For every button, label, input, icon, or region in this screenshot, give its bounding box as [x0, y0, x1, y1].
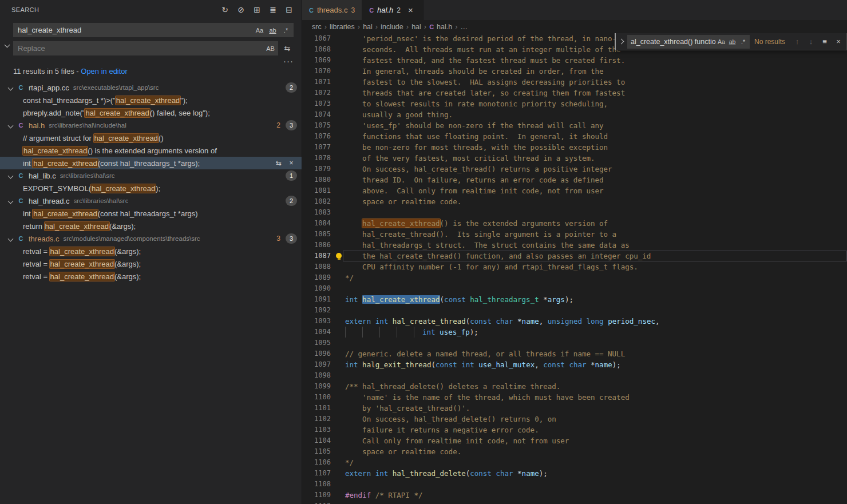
- code-line[interactable]: 1075 'uses_fp' should be non-zero if the…: [302, 120, 847, 131]
- code-line[interactable]: 1097int halg_exit_thread(const int use_h…: [302, 359, 847, 370]
- code-line[interactable]: 1073 to slowest results in rate monotoni…: [302, 98, 847, 109]
- code-line[interactable]: 1100 'name' is the name of the thread, w…: [302, 392, 847, 403]
- line-number[interactable]: 1077: [302, 142, 331, 153]
- code-line[interactable]: 1086 hal_threadargs_t struct. The struct…: [302, 240, 847, 251]
- line-number[interactable]: 1082: [302, 196, 331, 207]
- search-result-file-row[interactable]: Chal_thread.csrc\libraries\hal\src2: [0, 195, 302, 207]
- code-line[interactable]: 1087 the hal_create_thread() function, a…: [302, 251, 847, 261]
- search-match-row[interactable]: return hal_create_xthread(&args);: [0, 220, 302, 232]
- breadcrumb-item[interactable]: …: [461, 23, 468, 31]
- line-number[interactable]: 1092: [302, 305, 331, 316]
- code-line[interactable]: 1085 hal_create_thread(). Its single arg…: [302, 229, 847, 240]
- line-number[interactable]: 1073: [302, 98, 331, 109]
- search-input[interactable]: hal_create_xthread Aa ab .*: [13, 23, 294, 37]
- line-number[interactable]: 1070: [302, 66, 331, 77]
- collapse-all-icon[interactable]: ⊟: [282, 3, 296, 16]
- tab-threads-c[interactable]: Cthreads.c3: [302, 0, 362, 20]
- search-result-file-row[interactable]: Crtapi_app.ccsrc\executables\rtapi_app\s…: [0, 81, 302, 94]
- toggle-replace-icon[interactable]: [2, 40, 11, 49]
- code-line[interactable]: 1094int uses_fp);: [302, 327, 847, 338]
- line-number[interactable]: 1086: [302, 240, 331, 251]
- line-number[interactable]: 1075: [302, 120, 331, 131]
- code-line[interactable]: 1110: [302, 501, 847, 504]
- match-case-icon[interactable]: Aa: [254, 25, 266, 36]
- replace-input[interactable]: Replace AB: [13, 41, 278, 55]
- line-number[interactable]: 1081: [302, 185, 331, 196]
- dismiss-match-icon[interactable]: ×: [286, 157, 297, 169]
- code-line[interactable]: 1071 fastest to the slowest. HAL assigns…: [302, 77, 847, 88]
- line-number[interactable]: 1096: [302, 348, 331, 359]
- code-line[interactable]: 1108: [302, 479, 847, 490]
- line-number[interactable]: 1078: [302, 153, 331, 164]
- line-number[interactable]: 1067: [302, 33, 331, 44]
- line-number[interactable]: 1101: [302, 403, 331, 414]
- find-match-case-icon[interactable]: Aa: [716, 36, 727, 47]
- line-number[interactable]: 1104: [302, 435, 331, 446]
- line-number[interactable]: 1068: [302, 44, 331, 55]
- line-number[interactable]: 1097: [302, 359, 331, 370]
- toggle-find-replace-icon[interactable]: [617, 33, 625, 50]
- search-match-row[interactable]: EXPORT_SYMBOL(hal_create_xthread);: [0, 182, 302, 195]
- search-match-row[interactable]: pbreply.add_note("hal_create_xthread() f…: [0, 106, 302, 119]
- lightbulb-icon[interactable]: [336, 253, 342, 259]
- line-number[interactable]: 1100: [302, 392, 331, 403]
- code-line[interactable]: 1102 On success, hal_thread_delete() ret…: [302, 414, 847, 424]
- code-line[interactable]: 1107extern int hal_thread_delete(const c…: [302, 468, 847, 479]
- code-line[interactable]: 1095: [302, 338, 847, 348]
- search-match-row[interactable]: const hal_threadargs_t *)>("hal_create_x…: [0, 94, 302, 106]
- code-line[interactable]: 1091int hal_create_xthread(const hal_thr…: [302, 294, 847, 305]
- code-line[interactable]: 1079 On success, hal_create_thread() ret…: [302, 164, 847, 174]
- code-line[interactable]: 1084 hal_create_xthread() is the extende…: [302, 218, 847, 229]
- code-line[interactable]: 1093extern int hal_create_thread(const c…: [302, 316, 847, 327]
- open-in-editor-link[interactable]: Open in editor: [81, 67, 128, 76]
- code-line[interactable]: 1103 failure it returns a negative error…: [302, 424, 847, 435]
- line-number[interactable]: 1110: [302, 501, 331, 504]
- search-match-row[interactable]: int hal_create_xthread(const hal_threada…: [0, 157, 302, 169]
- line-number[interactable]: 1098: [302, 370, 331, 381]
- code-line[interactable]: 1080 thread ID. On failure, returns an e…: [302, 174, 847, 185]
- line-number[interactable]: 1095: [302, 338, 331, 348]
- find-regex-icon[interactable]: .*: [738, 36, 749, 47]
- code-line[interactable]: 1088 CPU affinity number (-1 for any) an…: [302, 261, 847, 272]
- search-match-row[interactable]: retval = hal_create_xthread(&args);: [0, 245, 302, 257]
- preserve-case-icon[interactable]: AB: [264, 43, 276, 54]
- search-result-file-row[interactable]: Chal.hsrc\libraries\hal\include\hal23: [0, 119, 302, 132]
- line-number[interactable]: 1088: [302, 261, 331, 272]
- whole-word-icon[interactable]: ab: [267, 25, 279, 36]
- line-number[interactable]: 1084: [302, 218, 331, 229]
- code-line[interactable]: 1081 above. Call only from realtime init…: [302, 185, 847, 196]
- code-line[interactable]: 1082 space or realtime code.: [302, 196, 847, 207]
- line-number[interactable]: 1102: [302, 414, 331, 424]
- find-whole-word-icon[interactable]: ab: [727, 36, 738, 47]
- find-input[interactable]: al_create_xthread() function Aa ab .*: [627, 35, 750, 49]
- line-number[interactable]: 1099: [302, 381, 331, 392]
- line-number[interactable]: 1074: [302, 109, 331, 120]
- code-line[interactable]: 1078 of the very fastest, most critical …: [302, 153, 847, 164]
- regex-icon[interactable]: .*: [280, 25, 292, 36]
- previous-match-icon[interactable]: ↑: [791, 36, 803, 47]
- code-line[interactable]: 1098: [302, 370, 847, 381]
- code-line[interactable]: 1070 In general, threads should be creat…: [302, 66, 847, 77]
- line-number[interactable]: 1090: [302, 283, 331, 294]
- code-line[interactable]: 1104 Call only from realtime init code, …: [302, 435, 847, 446]
- breadcrumb-item[interactable]: libraries: [330, 23, 355, 31]
- line-number[interactable]: 1087: [302, 251, 331, 261]
- line-number[interactable]: 1103: [302, 424, 331, 435]
- code-line[interactable]: 1109#endif /* RTAPI */: [302, 490, 847, 501]
- line-number[interactable]: 1079: [302, 164, 331, 174]
- code-line[interactable]: 1096// generic. delete a named thread, o…: [302, 348, 847, 359]
- line-number[interactable]: 1083: [302, 207, 331, 218]
- code-line[interactable]: 1077 be non-zero for most threads, with …: [302, 142, 847, 153]
- code-line[interactable]: 1089*/: [302, 272, 847, 283]
- code-line[interactable]: 1074 usually a good thing.: [302, 109, 847, 120]
- line-number[interactable]: 1089: [302, 272, 331, 283]
- code-line[interactable]: 1076 functions that use floating point. …: [302, 131, 847, 142]
- next-match-icon[interactable]: ↓: [805, 36, 817, 47]
- toggle-search-details-icon[interactable]: ···: [283, 58, 294, 64]
- breadcrumb-item[interactable]: hal: [363, 23, 373, 31]
- code-area[interactable]: 1067 'period_nsec' is the desired period…: [302, 33, 847, 504]
- view-as-tree-icon[interactable]: ≣: [266, 3, 280, 16]
- replace-match-icon[interactable]: ⇆: [273, 157, 284, 169]
- line-number[interactable]: 1080: [302, 174, 331, 185]
- search-result-file-row[interactable]: Cthreads.csrc\modules\managed\components…: [0, 232, 302, 245]
